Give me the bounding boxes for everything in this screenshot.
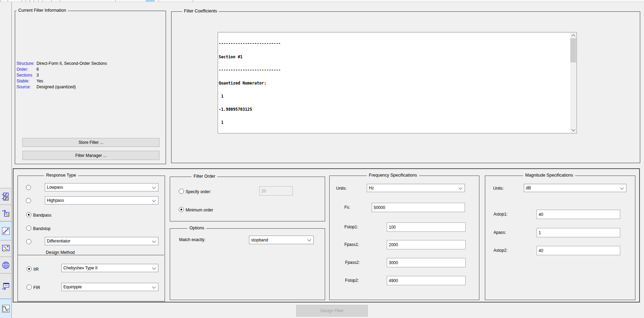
- sidebar-button-pole-zero-editor[interactable]: [0, 221, 11, 241]
- sidebar-button-realize-model[interactable]: [0, 273, 11, 299]
- toolbar-separator: [193, 0, 193, 2]
- filter-info-row-label: Stable:: [17, 79, 29, 83]
- lowpass-dropdown[interactable]: Lowpass: [45, 183, 158, 191]
- design-filter-button[interactable]: Design Filter: [296, 305, 368, 317]
- coefficient-line[interactable]: --------------------------: [219, 68, 570, 72]
- sidebar-button-transform-filter[interactable]: [0, 205, 11, 221]
- fir-method-dropdown[interactable]: Equiripple: [61, 283, 158, 291]
- lowpass-dropdown-value: Lowpass: [47, 183, 63, 191]
- filter-info-row-value: Direct-Form II, Second-Order Sections: [37, 61, 107, 66]
- bandpass-label: Bandpass: [33, 213, 51, 218]
- match-exactly-label: Match exactly:: [179, 237, 206, 242]
- apass-input[interactable]: [537, 228, 620, 237]
- fstop2-label: Fstop2:: [345, 278, 359, 283]
- filter-info-row-label: Sections: [17, 73, 32, 78]
- options-title: Options: [187, 226, 206, 230]
- frequency-specs-title: Frequency Specifications: [367, 173, 419, 178]
- toolbar-separator: [8, 0, 8, 2]
- differentiator-radio[interactable]: [26, 239, 31, 244]
- highpass-radio[interactable]: [26, 198, 31, 203]
- chevron-down-icon: [620, 186, 624, 189]
- scrollbar-thumb[interactable]: [570, 38, 576, 62]
- frequency-units-dropdown[interactable]: Hz: [367, 184, 465, 192]
- bandstop-radio[interactable]: [26, 226, 31, 231]
- iir-method-dropdown[interactable]: Chebyshev Type II: [61, 264, 158, 272]
- sidebar-button-multirate-filter[interactable]: [0, 257, 11, 274]
- toolbar-active-button-edge: [146, 0, 155, 2]
- magnitude-specs-group: Magnitude Specifications: [485, 176, 635, 300]
- toolbar-separator: [30, 0, 30, 2]
- sidebar-button-quantization[interactable]: [0, 188, 11, 205]
- coefficient-line[interactable]: --------------------------: [219, 41, 570, 46]
- realize-model-icon: [1, 282, 10, 291]
- iir-radio[interactable]: [27, 266, 32, 271]
- astop2-label: Astop2:: [494, 248, 508, 253]
- current-filter-info-title: Current Filter Information: [17, 8, 68, 13]
- sidebar-button-design-filter[interactable]: [0, 299, 11, 318]
- scroll-down-icon[interactable]: [571, 127, 575, 131]
- minimum-order-radio[interactable]: [179, 207, 184, 212]
- filter-manager-button[interactable]: Filter Manager ...: [22, 151, 159, 160]
- specify-order-radio[interactable]: [179, 189, 184, 194]
- fpass1-input[interactable]: [387, 240, 466, 249]
- coefficients-scrollbar[interactable]: [570, 33, 576, 133]
- filter-order-group: Filter Order: [170, 177, 325, 221]
- chevron-down-icon: [458, 186, 462, 189]
- sidebar-button-import-filter[interactable]: [0, 240, 11, 257]
- fpass1-label: Fpass1:: [344, 242, 359, 247]
- filter-info-row-value: 3: [37, 73, 39, 78]
- pole-zero-editor-icon: [1, 227, 10, 236]
- coefficient-line[interactable]: 1: [219, 94, 570, 99]
- match-exactly-dropdown[interactable]: stopband: [249, 236, 314, 244]
- fstop1-input[interactable]: [387, 222, 466, 232]
- frequency-units-value: Hz: [369, 184, 374, 192]
- toolbar-separator: [38, 0, 39, 2]
- specify-order-input[interactable]: [259, 186, 293, 196]
- filter-analysis-icon: [1, 244, 10, 253]
- scroll-up-icon[interactable]: [571, 34, 575, 38]
- coefficient-line[interactable]: Quantized Numerator:: [219, 81, 570, 86]
- response-type-title: Response Type: [44, 173, 78, 178]
- filter-info-row-label: Order:: [17, 67, 28, 72]
- bandpass-radio[interactable]: [26, 212, 31, 217]
- coefficient-line[interactable]: Section #1: [219, 55, 570, 59]
- magnitude-specs-title: Magnitude Specifications: [523, 173, 575, 178]
- astop1-input[interactable]: [537, 210, 620, 219]
- coefficients-listbox[interactable]: -------------------------- Section #1 --…: [218, 32, 577, 133]
- toolbar-separator: [25, 0, 26, 2]
- match-exactly-value: stopband: [251, 236, 268, 244]
- coefficient-line[interactable]: -1.98095703125: [219, 107, 570, 112]
- filter-info-row-label: Structure:: [17, 61, 34, 66]
- highpass-dropdown-value: Highpass: [47, 197, 64, 204]
- toolbar-separator: [22, 0, 22, 2]
- toolbar-separator: [0, 0, 1, 2]
- lowpass-radio[interactable]: [26, 185, 31, 190]
- toolbar-separator: [60, 0, 60, 2]
- store-filter-button[interactable]: Store Filter ...: [22, 138, 159, 147]
- toolbar-separator: [51, 0, 52, 2]
- coefficient-line[interactable]: 1: [219, 120, 570, 125]
- magnitude-units-dropdown[interactable]: dB: [524, 184, 626, 192]
- design-filter-icon: [1, 304, 10, 313]
- astop2-input[interactable]: [537, 246, 620, 255]
- iir-method-value: Chebyshev Type II: [63, 264, 97, 272]
- fs-input[interactable]: [372, 203, 465, 212]
- fs-label: Fs:: [344, 205, 350, 210]
- iir-label: IIR: [33, 267, 39, 272]
- chevron-down-icon: [152, 285, 156, 288]
- magnitude-units-value: dB: [526, 184, 531, 192]
- differentiator-dropdown[interactable]: Differentiator: [45, 237, 158, 245]
- apass-label: Apass:: [494, 230, 506, 235]
- fpass2-input[interactable]: [387, 258, 466, 267]
- fir-radio[interactable]: [27, 285, 32, 290]
- toolbar-edge-strip: [0, 0, 644, 2]
- specify-order-label: Specify order:: [186, 189, 211, 194]
- fstop2-input[interactable]: [387, 276, 466, 285]
- fir-method-value: Equiripple: [63, 283, 82, 291]
- highpass-dropdown[interactable]: Highpass: [45, 196, 158, 205]
- magnitude-units-label: Units:: [493, 186, 504, 191]
- chevron-down-icon: [152, 185, 156, 189]
- minimum-order-label: Minimum order: [186, 208, 213, 212]
- toolbar-separator: [115, 0, 116, 2]
- coefficients-lines: -------------------------- Section #1 --…: [219, 33, 570, 133]
